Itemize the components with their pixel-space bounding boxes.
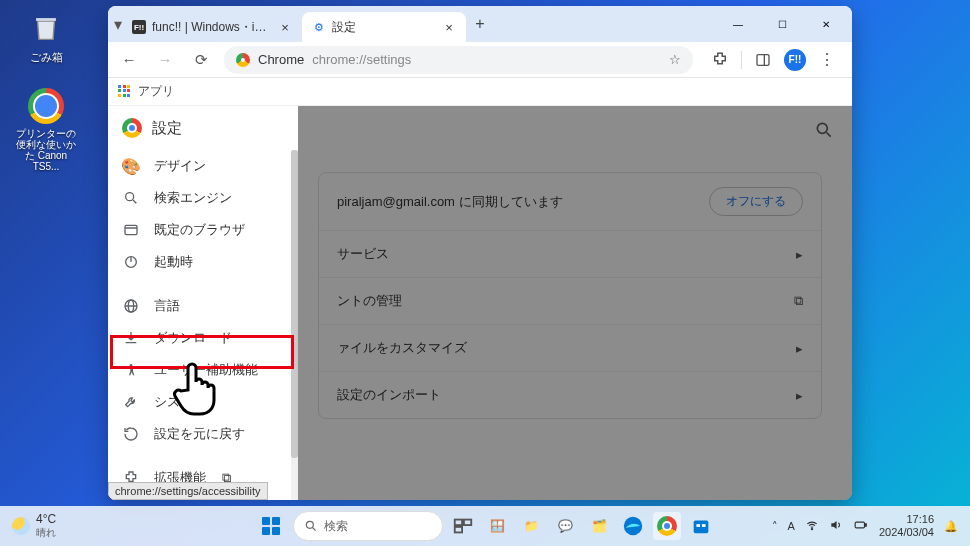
menu-icon[interactable]: ⋮ [816, 49, 838, 71]
address-url: chrome://settings [312, 52, 411, 67]
svg-line-5 [133, 200, 136, 203]
globe-icon [122, 297, 140, 315]
sidebar-item-reset[interactable]: 設定を元に戻す [108, 418, 298, 450]
explorer-icon[interactable]: 📁 [517, 512, 545, 540]
sidepanel-icon[interactable] [752, 49, 774, 71]
tab-bar: ▾ F!! func!! | Windows・iPhoneの使い × ⚙ 設定 … [108, 6, 852, 42]
close-button[interactable]: ✕ [806, 9, 846, 39]
toolbar-actions: F!! ⋮ [703, 49, 844, 71]
sidebar-item-label: 起動時 [154, 253, 193, 271]
recycle-bin[interactable]: ごみ箱 [14, 8, 78, 65]
search-icon[interactable] [814, 120, 834, 140]
tab-favicon-func: F!! [132, 20, 146, 34]
sidebar-header: 設定 [108, 106, 298, 150]
chrome-shortcut[interactable]: プリンターの便利な使いかた Canon TS5... [14, 86, 78, 172]
sidebar-item-accessibility[interactable]: ユーザー補助機能 [108, 354, 298, 386]
tab-settings[interactable]: ⚙ 設定 × [302, 12, 466, 42]
reload-button[interactable]: ⟳ [188, 47, 214, 73]
address-bar[interactable]: Chrome chrome://settings ☆ [224, 46, 693, 74]
ime-indicator[interactable]: A [788, 520, 795, 532]
store-icon[interactable] [687, 512, 715, 540]
sidebar-item-label: ダウンロード [154, 329, 232, 347]
sidebar-item-default[interactable]: 既定のブラウザ [108, 214, 298, 246]
chrome-taskbar-icon[interactable] [653, 512, 681, 540]
svg-rect-16 [455, 520, 462, 526]
tab-dropdown-icon[interactable]: ▾ [114, 15, 122, 34]
address-row: ← → ⟳ Chrome chrome://settings ☆ F!! ⋮ [108, 42, 852, 78]
tab-close-settings[interactable]: × [442, 20, 456, 34]
sidebar-item-design[interactable]: 🎨 デザイン [108, 150, 298, 182]
sidebar-item-label: ユーザー補助機能 [154, 361, 258, 379]
divider [108, 450, 298, 462]
address-prefix: Chrome [258, 52, 304, 67]
tab-close-func[interactable]: × [278, 20, 292, 34]
svg-point-23 [811, 529, 812, 530]
sidebar-items: 🎨 デザイン 検索エンジン 既定のブラウザ 起動時 [108, 150, 298, 500]
divider [741, 51, 742, 69]
taskbar-search[interactable]: 検索 [293, 511, 443, 541]
sidebar-item-label: システム [154, 393, 206, 411]
svg-point-13 [130, 364, 133, 367]
svg-rect-18 [455, 527, 462, 533]
volume-icon[interactable] [829, 518, 843, 534]
gear-icon: ⚙ [312, 20, 326, 34]
svg-rect-6 [125, 225, 137, 234]
sidebar-item-lang[interactable]: 言語 [108, 290, 298, 322]
maximize-button[interactable]: ☐ [762, 9, 802, 39]
restore-icon [122, 425, 140, 443]
svg-rect-17 [464, 520, 471, 526]
wrench-icon [122, 393, 140, 411]
widgets-icon[interactable]: 🪟 [483, 512, 511, 540]
folder-icon[interactable]: 🗂️ [585, 512, 613, 540]
taskbar-center: 検索 🪟 📁 💬 🗂️ [255, 510, 715, 542]
wifi-icon[interactable] [805, 518, 819, 534]
scrollbar-thumb[interactable] [291, 150, 298, 458]
power-icon [122, 253, 140, 271]
sidebar-item-search[interactable]: 検索エンジン [108, 182, 298, 214]
apps-label[interactable]: アプリ [138, 83, 174, 100]
search-icon [304, 519, 318, 533]
sidebar-item-label: 既定のブラウザ [154, 221, 245, 239]
sidebar-item-label: 設定を元に戻す [154, 425, 245, 443]
notification-icon[interactable]: 🔔 [944, 520, 958, 533]
taskview-icon[interactable] [449, 512, 477, 540]
profile-avatar[interactable]: F!! [784, 49, 806, 71]
apps-icon[interactable] [118, 85, 132, 99]
star-icon[interactable]: ☆ [669, 52, 681, 67]
divider [108, 278, 298, 290]
battery-icon[interactable] [853, 518, 869, 534]
taskbar-right: ˄ A 17:16 2024/03/04 🔔 [772, 513, 958, 539]
extensions-icon[interactable] [709, 49, 731, 71]
sidebar-item-startup[interactable]: 起動時 [108, 246, 298, 278]
svg-rect-25 [865, 524, 866, 526]
magnifier-icon [122, 189, 140, 207]
sidebar-item-label: デザイン [154, 157, 206, 175]
tray-chevron-icon[interactable]: ˄ [772, 520, 778, 533]
svg-point-4 [126, 193, 134, 201]
sidebar-item-system[interactable]: システム [108, 386, 298, 418]
svg-rect-24 [855, 522, 864, 528]
browser-window: ▾ F!! func!! | Windows・iPhoneの使い × ⚙ 設定 … [108, 6, 852, 500]
start-button[interactable] [255, 510, 287, 542]
clock[interactable]: 17:16 2024/03/04 [879, 513, 934, 539]
weather-icon [12, 517, 30, 535]
time: 17:16 [879, 513, 934, 526]
teams-icon[interactable]: 💬 [551, 512, 579, 540]
svg-line-3 [827, 133, 831, 137]
minimize-button[interactable]: — [718, 9, 758, 39]
svg-rect-20 [694, 521, 709, 534]
search-placeholder: 検索 [324, 518, 348, 535]
edge-icon[interactable] [619, 512, 647, 540]
tab-func[interactable]: F!! func!! | Windows・iPhoneの使い × [122, 12, 302, 42]
tab-title-settings: 設定 [332, 19, 356, 36]
status-tooltip: chrome://settings/accessibility [108, 482, 268, 500]
browser-icon [122, 221, 140, 239]
svg-rect-0 [757, 54, 769, 65]
weather-widget[interactable]: 4°C 晴れ [12, 512, 56, 540]
forward-button[interactable]: → [152, 47, 178, 73]
sidebar-item-download[interactable]: ダウンロード [108, 322, 298, 354]
svg-line-15 [313, 528, 316, 531]
new-tab-button[interactable]: + [466, 10, 494, 38]
weather-temp: 4°C [36, 512, 56, 526]
back-button[interactable]: ← [116, 47, 142, 73]
